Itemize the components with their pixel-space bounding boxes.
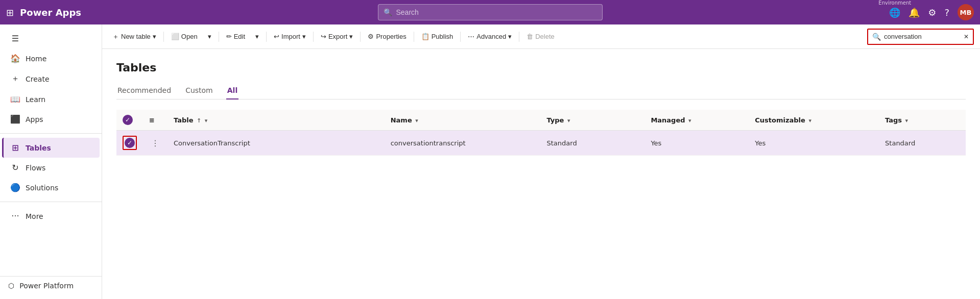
delete-button[interactable]: 🗑 Delete xyxy=(522,31,559,42)
open-label: Open xyxy=(181,33,198,40)
row-table-value: ConversationTranscript xyxy=(174,139,250,147)
open-icon: ⬜ xyxy=(171,33,179,40)
toolbar-search-icon: 🔍 xyxy=(872,33,881,41)
toolbar-search-clear-icon[interactable]: ✕ xyxy=(964,33,969,40)
edit-button[interactable]: ✏ Edit xyxy=(222,31,249,42)
content-area: ＋ New table ▾ ⬜ Open ▾ ✏ Edit ▾ xyxy=(102,24,980,299)
col-header-tags[interactable]: Tags ▾ xyxy=(879,110,966,131)
topbar-right: Environment 🌐 🔔 ⚙ ? MB xyxy=(889,4,974,20)
tab-custom[interactable]: Custom xyxy=(184,82,214,99)
import-chevron-icon: ▾ xyxy=(302,33,306,40)
tab-custom-label: Custom xyxy=(185,86,213,94)
page-title: Tables xyxy=(116,61,966,74)
sidebar-power-platform-label: Power Platform xyxy=(19,282,74,290)
sidebar-item-tables[interactable]: ⊞ Tables xyxy=(2,138,100,158)
col-customizable-label: Customizable xyxy=(755,116,805,124)
row-checkbox-icon[interactable]: ✓ xyxy=(125,138,135,148)
toolbar-search-input[interactable] xyxy=(884,33,961,40)
toolbar-divider-7 xyxy=(460,32,461,42)
sidebar-item-learn[interactable]: 📖 Learn xyxy=(2,89,100,109)
sidebar-divider-2 xyxy=(0,202,102,202)
tab-all-label: All xyxy=(227,86,237,94)
row-tags-value: Standard xyxy=(885,139,915,147)
toolbar-divider-2 xyxy=(219,32,219,42)
list-view-icon[interactable]: ≡ xyxy=(149,116,155,124)
row-customizable-value: Yes xyxy=(755,139,766,147)
sidebar-item-more[interactable]: ··· More xyxy=(2,206,100,226)
more-icon: ··· xyxy=(10,211,20,221)
properties-icon: ⚙ xyxy=(368,33,374,40)
edit-chevron-button[interactable]: ▾ xyxy=(251,31,263,42)
apps-icon: ⬛ xyxy=(10,114,20,124)
col-table-sort-desc-icon[interactable]: ▾ xyxy=(205,117,208,124)
open-chevron-button[interactable]: ▾ xyxy=(204,31,216,42)
publish-icon: 📋 xyxy=(421,33,429,40)
row-more-cell[interactable]: ⋮ xyxy=(143,131,168,156)
col-header-name[interactable]: Name ▾ xyxy=(385,110,541,131)
global-search[interactable]: 🔍 xyxy=(378,4,603,20)
row-table-cell: ConversationTranscript xyxy=(168,131,385,156)
edit-chevron-icon: ▾ xyxy=(255,33,259,40)
toolbar-divider-3 xyxy=(266,32,267,42)
sidebar-item-home[interactable]: 🏠 Home xyxy=(2,48,100,68)
import-button[interactable]: ↩ Import ▾ xyxy=(270,31,310,42)
col-header-customizable[interactable]: Customizable ▾ xyxy=(749,110,879,131)
export-button[interactable]: ↪ Export ▾ xyxy=(317,31,357,42)
import-label: Import xyxy=(281,33,300,40)
sidebar-item-apps[interactable]: ⬛ Apps xyxy=(2,109,100,129)
row-context-menu-icon[interactable]: ⋮ xyxy=(149,138,161,148)
publish-button[interactable]: 📋 Publish xyxy=(417,31,458,42)
col-header-managed[interactable]: Managed ▾ xyxy=(644,110,749,131)
col-header-table[interactable]: Table ↑ ▾ xyxy=(168,110,385,131)
environment-icon[interactable]: 🌐 xyxy=(889,7,900,18)
col-header-checkbox[interactable]: ✓ xyxy=(116,110,143,131)
user-avatar[interactable]: MB xyxy=(958,4,974,20)
toolbar-search-area: 🔍 ✕ xyxy=(867,29,974,45)
tab-recommended[interactable]: Recommended xyxy=(116,82,172,99)
delete-icon: 🗑 xyxy=(527,33,533,40)
properties-button[interactable]: ⚙ Properties xyxy=(364,31,410,42)
row-type-value: Standard xyxy=(547,139,577,147)
environment-label: Environment xyxy=(878,0,911,6)
grid-icon[interactable]: ⊞ xyxy=(6,7,14,18)
row-checkbox-cell[interactable]: ✓ xyxy=(116,131,143,156)
app-title: Power Apps xyxy=(20,7,81,18)
sidebar-item-solutions-label: Solutions xyxy=(26,184,58,192)
toolbar: ＋ New table ▾ ⬜ Open ▾ ✏ Edit ▾ xyxy=(102,24,980,49)
tabs: Recommended Custom All xyxy=(116,82,966,99)
advanced-button[interactable]: ⋯ Advanced ▾ xyxy=(464,31,516,42)
row-type-cell: Standard xyxy=(541,131,645,156)
header-checkbox-icon[interactable]: ✓ xyxy=(123,115,133,125)
tables-data-table: ✓ ≡ Table ↑ ▾ Name ▾ xyxy=(116,110,966,156)
col-table-sort-asc-icon: ↑ xyxy=(197,117,201,124)
sidebar-collapse[interactable]: ☰ xyxy=(2,29,100,48)
open-button[interactable]: ⬜ Open xyxy=(167,31,202,42)
tab-all[interactable]: All xyxy=(226,82,238,99)
col-header-list[interactable]: ≡ xyxy=(143,110,168,131)
sidebar-item-home-label: Home xyxy=(26,55,46,63)
row-managed-value: Yes xyxy=(651,139,661,147)
sidebar-item-create[interactable]: ＋ Create xyxy=(2,68,100,89)
new-table-button[interactable]: ＋ New table ▾ xyxy=(108,30,160,43)
col-header-type[interactable]: Type ▾ xyxy=(541,110,645,131)
col-tags-label: Tags xyxy=(885,116,902,124)
sidebar-divider-1 xyxy=(0,133,102,134)
settings-icon[interactable]: ⚙ xyxy=(928,7,936,18)
notification-icon[interactable]: 🔔 xyxy=(909,7,920,18)
toolbar-divider-6 xyxy=(414,32,414,42)
learn-icon: 📖 xyxy=(10,94,20,104)
sidebar-power-platform[interactable]: ⬡ Power Platform xyxy=(0,276,102,295)
export-icon: ↪ xyxy=(321,33,326,40)
global-search-input[interactable] xyxy=(396,8,597,16)
col-type-label: Type xyxy=(547,116,564,124)
delete-label: Delete xyxy=(535,33,555,40)
advanced-chevron-icon: ▾ xyxy=(508,33,512,40)
sidebar-item-flows[interactable]: ↻ Flows xyxy=(2,158,100,178)
toolbar-divider-1 xyxy=(163,32,164,42)
export-label: Export xyxy=(328,33,348,40)
advanced-icon: ⋯ xyxy=(468,33,474,40)
help-icon[interactable]: ? xyxy=(944,7,949,18)
sidebar-item-solutions[interactable]: 🔵 Solutions xyxy=(2,178,100,197)
table-row[interactable]: ✓ ⋮ ConversationTranscript conversationt… xyxy=(116,131,966,156)
row-name-cell: conversationtranscript xyxy=(385,131,541,156)
